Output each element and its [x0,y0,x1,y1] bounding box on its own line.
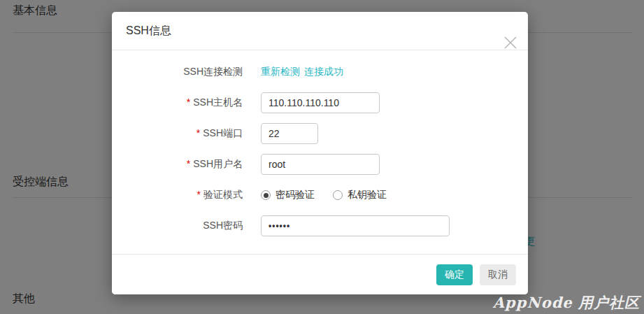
username-input[interactable] [261,154,380,175]
connection-status-text: 连接成功 [304,66,343,78]
radio-privatekey-auth-label: 私钥验证 [348,189,387,201]
required-mark: * [187,97,190,108]
port-input[interactable] [261,123,318,144]
row-username: *SSH用户名 [126,154,514,175]
dialog-header: SSH信息 [112,12,528,50]
connection-check-label: SSH连接检测 [126,66,243,78]
recheck-link[interactable]: 重新检测 [261,66,300,78]
port-label-text: SSH端口 [203,127,243,138]
cancel-button[interactable]: 取消 [480,264,516,285]
close-button[interactable] [501,35,520,53]
radio-password-auth[interactable]: 密码验证 [261,189,315,201]
radio-password-auth-label: 密码验证 [276,189,315,201]
hostname-input[interactable] [261,92,380,113]
password-input[interactable] [261,215,450,236]
radio-selected-icon [261,190,271,200]
hostname-label-text: SSH主机名 [193,97,243,108]
row-connection-check: SSH连接检测 重新检测 连接成功 [126,62,514,83]
auth-mode-label: *验证模式 [126,189,243,201]
required-mark: * [197,189,201,200]
ssh-info-dialog: SSH信息 SSH连接检测 重新检测 连接成功 *SSH主机名 *SSH端口 [112,12,528,294]
password-label: SSH密码 [126,220,243,232]
username-label: *SSH用户名 [126,158,243,171]
required-mark: * [196,127,200,138]
username-label-text: SSH用户名 [193,158,243,169]
radio-unselected-icon [333,190,343,200]
dialog-title: SSH信息 [126,24,171,36]
dialog-body: SSH连接检测 重新检测 连接成功 *SSH主机名 *SSH端口 *SSH用户名… [112,50,528,236]
auth-mode-label-text: 验证模式 [203,189,243,200]
site-watermark: AppNode 用户社区 [493,293,640,313]
required-mark: * [187,158,190,169]
row-hostname: *SSH主机名 [126,92,514,113]
close-icon [502,34,519,54]
port-label: *SSH端口 [126,127,243,140]
row-auth-mode: *验证模式 密码验证 私钥验证 [126,185,514,206]
row-password: SSH密码 [126,215,514,236]
dialog-footer: 确定 取消 [112,254,528,294]
hostname-label: *SSH主机名 [126,97,243,109]
row-port: *SSH端口 [126,123,514,144]
auth-mode-radio-group: 密码验证 私钥验证 [261,189,387,201]
ok-button[interactable]: 确定 [436,264,473,285]
radio-privatekey-auth[interactable]: 私钥验证 [333,189,387,201]
